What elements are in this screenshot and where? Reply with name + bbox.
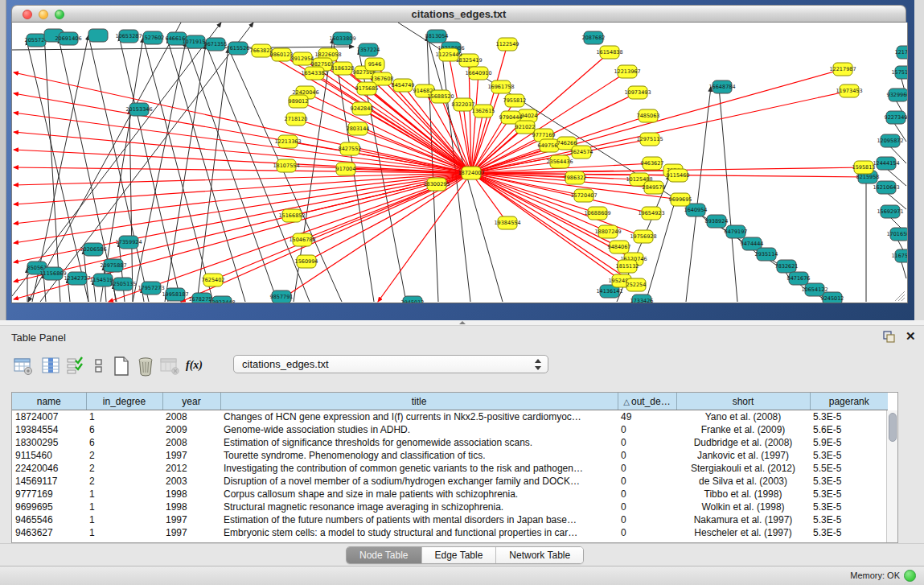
graph-node[interactable]: 1560994 — [295, 255, 318, 268]
graph-node[interactable]: 1122549 — [496, 38, 519, 51]
graph-node[interactable]: 9671355 — [204, 38, 228, 51]
split-pane-handle[interactable] — [0, 320, 924, 326]
graph-edge[interactable] — [719, 87, 737, 302]
table-cell[interactable]: Jankovic et al. (1997) — [676, 449, 810, 462]
table-header-row[interactable]: namein_degreeyeartitle△out_de…shortpager… — [12, 393, 888, 410]
table-row[interactable]: 911546021997Tourette syndrome. Phenomeno… — [12, 449, 888, 462]
table-cell[interactable]: 1 — [86, 410, 162, 424]
graph-node[interactable]: 989012 — [289, 95, 309, 108]
graph-node[interactable]: 6479197 — [725, 225, 748, 238]
graph-node[interactable]: 20153346 — [125, 103, 152, 116]
graph-node[interactable]: 10653287 — [115, 30, 142, 43]
graph-node[interactable]: 1815132 — [616, 260, 639, 273]
table-cell[interactable]: 6 — [86, 436, 162, 449]
graph-node[interactable]: 12213363 — [274, 135, 301, 148]
graph-node[interactable]: 10688609 — [584, 207, 610, 220]
graph-node[interactable]: 9245012 — [821, 292, 844, 303]
graph-node[interactable]: 917004 — [336, 163, 356, 175]
table-cell[interactable]: Genome-wide association studies in ADHD. — [220, 423, 618, 436]
graph-node[interactable]: 8186328 — [331, 62, 355, 75]
table-cell[interactable]: 2008 — [162, 436, 220, 449]
table-vertical-scrollbar[interactable] — [886, 410, 897, 542]
graph-node[interactable]: 11225449 — [435, 48, 462, 61]
graph-node[interactable]: 16033809 — [329, 32, 355, 45]
graph-node[interactable]: 12444154 — [873, 157, 899, 170]
graph-node[interactable]: 12975115 — [636, 133, 663, 146]
graph-node[interactable]: 16648784 — [708, 80, 735, 93]
table-cell[interactable]: 5.3E-5 — [810, 526, 888, 539]
graph-edge[interactable] — [228, 48, 342, 302]
table-cell[interactable]: Estimation of significance thresholds fo… — [220, 436, 618, 449]
new-table-icon[interactable] — [111, 356, 132, 377]
graph-node[interactable]: 8938924 — [705, 215, 729, 228]
table-cell[interactable]: 5.3E-5 — [810, 501, 888, 513]
graph-edge[interactable] — [686, 87, 711, 302]
graph-edge[interactable] — [44, 35, 60, 302]
table-cell[interactable]: 5.5E-5 — [810, 462, 888, 475]
graph-node[interactable]: 2945012 — [401, 296, 425, 303]
table-cell[interactable]: 1 — [86, 501, 162, 513]
graph-node[interactable]: 15751074 — [891, 66, 907, 79]
graph-node[interactable]: 9484067 — [608, 241, 631, 253]
canvas-resize-grip[interactable] — [898, 295, 905, 301]
table-cell[interactable]: 9115460 — [12, 449, 86, 462]
graph-node[interactable]: 8427552 — [339, 142, 362, 155]
graph-node[interactable]: 19958187 — [162, 288, 188, 301]
graph-edge[interactable] — [133, 42, 186, 302]
graph-edge[interactable] — [471, 73, 478, 173]
graph-node[interactable]: 9463627 — [641, 157, 664, 170]
table-options-icon[interactable] — [13, 356, 34, 377]
graph-node[interactable]: 8813054 — [425, 30, 449, 43]
column-header-short[interactable]: short — [676, 393, 810, 410]
table-selector-dropdown[interactable]: citations_edges.txt — [233, 355, 548, 373]
select-all-rows-icon[interactable] — [64, 356, 85, 377]
tab-edge-table[interactable]: Edge Table — [422, 547, 497, 563]
table-cell[interactable]: Changes of HCN gene expression and I(f) … — [220, 410, 618, 424]
graph-edge[interactable] — [12, 47, 354, 50]
table-cell[interactable]: Tibbo et al. (1998) — [676, 488, 810, 501]
table-cell[interactable]: 9465546 — [12, 513, 86, 526]
table-cell[interactable]: 2003 — [162, 475, 220, 488]
table-row[interactable]: 946554611997Estimation of the future num… — [12, 513, 888, 526]
node-table[interactable]: namein_degreeyeartitle△out_de…shortpager… — [11, 392, 898, 543]
tab-node-table[interactable]: Node Table — [347, 547, 422, 563]
graph-node[interactable]: 2087682 — [582, 31, 606, 44]
table-cell[interactable]: Structural magnetic resonance image aver… — [220, 501, 618, 513]
table-row[interactable]: 946362711997Embryonic stem cells: a mode… — [12, 526, 888, 539]
table-cell[interactable]: 0 — [618, 501, 676, 513]
graph-node[interactable]: 9857791 — [270, 290, 294, 303]
graph-edge[interactable] — [471, 173, 643, 237]
graph-node[interactable]: 7485063 — [637, 109, 660, 122]
graph-node[interactable]: 7625402 — [202, 274, 225, 286]
graph-node[interactable]: 12095872 — [877, 134, 903, 147]
graph-node[interactable]: 9860123 — [270, 48, 294, 61]
graph-node[interactable]: 17957273 — [138, 282, 164, 295]
graph-node[interactable]: 2935114 — [755, 248, 778, 261]
table-cell[interactable]: Yano et al. (2008) — [676, 410, 810, 424]
graph-node[interactable]: 2803144 — [347, 122, 370, 135]
table-cell[interactable]: 0 — [618, 513, 676, 526]
graph-node[interactable]: 17359924 — [115, 236, 142, 249]
table-cell[interactable]: 1998 — [162, 501, 220, 513]
table-cell[interactable]: 2009 — [162, 423, 220, 436]
table-row[interactable]: 1938455462009Genome-wide association stu… — [12, 423, 888, 436]
table-cell[interactable]: Stergiakouli et al. (2012) — [676, 462, 810, 475]
table-cell[interactable]: 5.3E-5 — [810, 410, 888, 424]
graph-node[interactable]: 1527602 — [142, 31, 165, 44]
graph-node[interactable]: 18724007 — [458, 167, 484, 179]
graph-node[interactable]: 7615526 — [227, 42, 250, 55]
graph-node[interactable]: 9242848 — [351, 102, 374, 115]
graph-node[interactable]: 19756928 — [630, 230, 656, 243]
graph-node[interactable]: 18107554 — [273, 159, 299, 172]
table-cell[interactable]: 9699695 — [12, 501, 86, 513]
column-header-name[interactable]: name — [12, 393, 86, 410]
table-cell[interactable]: 19384554 — [12, 423, 86, 436]
table-cell[interactable]: Hescheler et al. (1997) — [676, 526, 810, 539]
graph-node[interactable]: 11675338 — [891, 249, 907, 262]
table-cell[interactable]: Dudbridge et al. (2008) — [676, 436, 810, 449]
table-cell[interactable]: 1 — [86, 488, 162, 501]
table-cell[interactable]: 5.3E-5 — [810, 475, 888, 488]
graph-node[interactable]: 9699695 — [669, 193, 692, 206]
graph-node[interactable]: 15166852 — [278, 209, 305, 222]
graph-node[interactable]: 2718120 — [285, 113, 308, 126]
